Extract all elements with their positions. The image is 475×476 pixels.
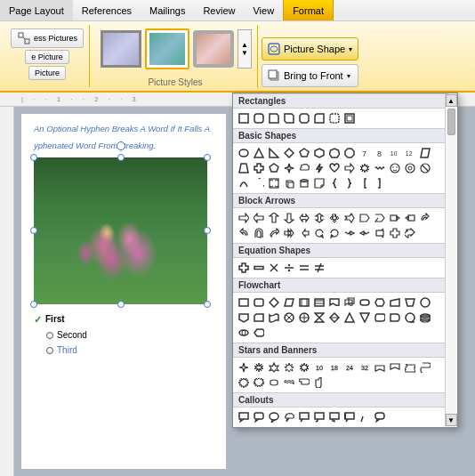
explosion1[interactable]	[237, 375, 251, 390]
fc-alt-process[interactable]	[252, 295, 266, 310]
fc-seq-access[interactable]	[403, 311, 417, 325]
vert-scroll-banner[interactable]	[312, 375, 326, 390]
fc-manual-input[interactable]	[388, 295, 402, 310]
fc-stored-data[interactable]	[373, 311, 387, 325]
arrow-4way[interactable]	[327, 211, 342, 225]
arrow-double-left[interactable]	[297, 226, 311, 240]
callout-rect[interactable]	[237, 410, 251, 424]
menu-references[interactable]: References	[73, 0, 141, 20]
change-picture-button[interactable]: e Picture	[25, 50, 69, 64]
shape-cube[interactable]	[282, 176, 296, 190]
shape-rect-snip-single[interactable]	[267, 111, 281, 125]
star10badge[interactable]: 10	[312, 360, 326, 375]
callout-round-rect2[interactable]	[373, 410, 387, 424]
callout-cloud-shape[interactable]	[282, 410, 296, 424]
shape-right-bracket[interactable]	[373, 176, 387, 190]
arrow-up[interactable]	[267, 211, 281, 225]
fc-merge[interactable]	[358, 311, 372, 325]
shape-cross[interactable]	[252, 161, 266, 175]
fc-data[interactable]	[282, 295, 296, 310]
eq-equal[interactable]	[297, 261, 311, 275]
star18badge[interactable]: 18	[327, 360, 342, 375]
fc-summing[interactable]	[282, 311, 296, 325]
arrow-swoosh-right[interactable]	[267, 226, 281, 240]
eq-not-equal[interactable]	[312, 261, 326, 275]
arrow-notched[interactable]	[342, 211, 357, 225]
star8pt[interactable]	[297, 360, 311, 375]
shape-octagon[interactable]	[342, 146, 357, 160]
shape-right-brace[interactable]	[342, 176, 357, 190]
fc-direct-access[interactable]	[237, 326, 251, 340]
fc-off-page[interactable]	[237, 311, 251, 325]
shape-hexagon[interactable]	[312, 146, 326, 160]
shape-10circle[interactable]: 10	[388, 146, 402, 160]
fc-delay[interactable]	[388, 311, 402, 325]
scroll-down-button[interactable]: ▼	[446, 414, 457, 426]
bring-front-button[interactable]: Bring to Front ▾	[262, 64, 358, 87]
reset-picture-button[interactable]: Picture	[28, 66, 66, 80]
fc-process[interactable]	[237, 295, 251, 310]
shape-arrow-right-callout[interactable]	[342, 161, 357, 175]
arrow-curved-left[interactable]	[237, 226, 251, 240]
ribbon-up[interactable]	[373, 360, 387, 375]
eq-multiply[interactable]	[267, 261, 281, 275]
fc-punch-tape[interactable]	[267, 311, 281, 325]
shape-rect-snip2[interactable]	[297, 111, 311, 125]
handle-middle-right[interactable]	[204, 227, 211, 234]
horiz-scroll-banner[interactable]	[297, 375, 311, 390]
arrow-right[interactable]	[237, 211, 251, 225]
shape-4star[interactable]	[282, 161, 296, 175]
shape-wave[interactable]	[373, 161, 387, 175]
arrow-up-down[interactable]	[312, 211, 326, 225]
picture-shape-button[interactable]: Picture Shape ▾	[262, 37, 358, 61]
arrow-down[interactable]	[282, 211, 296, 225]
fc-terminator[interactable]	[358, 295, 372, 310]
scroll-thumb[interactable]	[447, 109, 455, 135]
arrow-plus[interactable]	[388, 226, 402, 240]
menu-mailings[interactable]: Mailings	[141, 0, 194, 20]
shape-rect-snip-diag[interactable]	[282, 111, 296, 125]
menu-page-layout[interactable]: Page Layout	[0, 0, 73, 20]
menu-view[interactable]: View	[244, 0, 283, 20]
handle-rotate[interactable]	[117, 141, 125, 150]
shape-folded-corner[interactable]	[312, 176, 326, 190]
menu-review[interactable]: Review	[194, 0, 244, 20]
shape-left-brace[interactable]	[327, 176, 342, 190]
fc-preparation[interactable]	[373, 295, 387, 310]
style-thumb-2[interactable]	[145, 28, 189, 69]
arrow-left[interactable]	[252, 211, 266, 225]
fc-collate[interactable]	[312, 311, 326, 325]
shape-rect-round-two[interactable]	[327, 111, 342, 125]
fc-mag-disk[interactable]	[418, 311, 432, 325]
shape-rect[interactable]	[237, 111, 251, 125]
shape-heart[interactable]	[327, 161, 342, 175]
arrow-diagonal[interactable]	[403, 226, 417, 240]
shape-rt-triangle[interactable]	[267, 146, 281, 160]
shape-reg-pentagon[interactable]	[267, 161, 281, 175]
shape-callout-cloud[interactable]	[297, 161, 311, 175]
star7pt[interactable]	[282, 360, 296, 375]
shape-lightning[interactable]	[312, 161, 326, 175]
fc-decision[interactable]	[267, 295, 281, 310]
arrow-curved-right[interactable]	[418, 211, 432, 225]
arrow-circular-left[interactable]	[327, 226, 342, 240]
shape-rect-frame[interactable]	[342, 111, 357, 125]
style-thumb-3[interactable]	[191, 28, 236, 69]
handle-bottom-left[interactable]	[30, 301, 37, 308]
style-scroll-button[interactable]: ▲ ▼	[238, 29, 252, 69]
star32badge[interactable]: 32	[358, 360, 372, 375]
fc-document[interactable]	[327, 295, 342, 310]
shape-no-symbol[interactable]	[418, 161, 432, 175]
arrow-callout-left[interactable]	[403, 211, 417, 225]
eq-minus[interactable]	[252, 261, 266, 275]
handle-bottom-middle[interactable]	[117, 301, 125, 308]
fc-extract[interactable]	[342, 311, 357, 325]
star-spiky[interactable]	[252, 360, 266, 375]
compress-pictures-button[interactable]: ess Pictures	[11, 28, 84, 48]
shape-8star[interactable]	[358, 161, 372, 175]
arrow-wavy-left[interactable]	[358, 226, 372, 240]
fc-predefined[interactable]	[297, 295, 311, 310]
curved-ribbon-banner[interactable]	[267, 375, 281, 390]
arrow-double-right[interactable]	[282, 226, 296, 240]
arrow-circular-right[interactable]	[312, 226, 326, 240]
